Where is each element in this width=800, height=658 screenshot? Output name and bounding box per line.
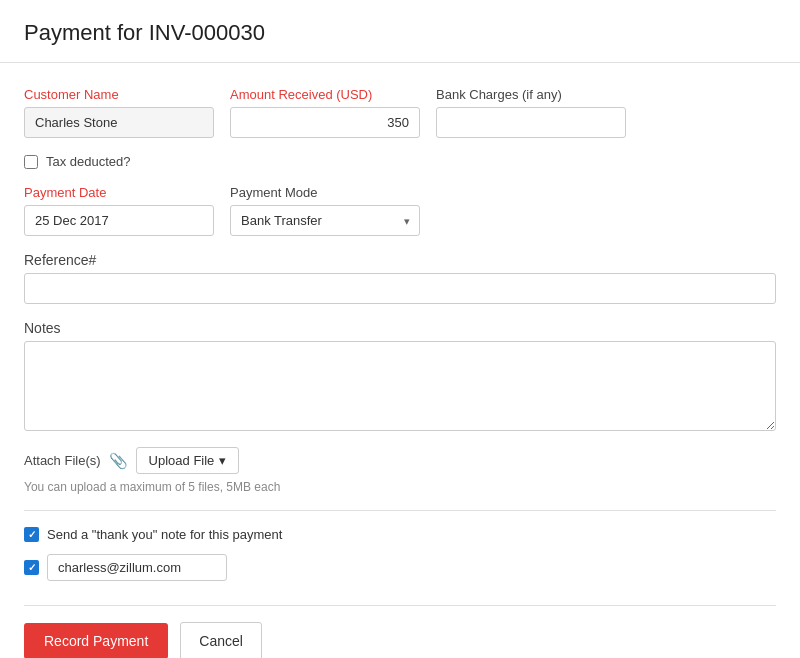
payment-date-group: Payment Date bbox=[24, 185, 214, 236]
email-row: ✓ bbox=[24, 554, 776, 581]
page-title: Payment for INV-000030 bbox=[24, 20, 776, 46]
attach-label: Attach File(s) bbox=[24, 453, 101, 468]
upload-file-button[interactable]: Upload File ▾ bbox=[136, 447, 240, 474]
footer-divider bbox=[24, 605, 776, 606]
bank-charges-group: Bank Charges (if any) bbox=[436, 87, 626, 138]
payment-mode-select[interactable]: Bank Transfer Cash Check Credit Card Oth… bbox=[230, 205, 420, 236]
tax-deducted-checkbox[interactable] bbox=[24, 155, 38, 169]
payment-mode-group: Payment Mode Bank Transfer Cash Check Cr… bbox=[230, 185, 420, 236]
amount-label: Amount Received (USD) bbox=[230, 87, 420, 102]
thank-you-checkbox[interactable]: ✓ bbox=[24, 527, 39, 542]
paperclip-icon: 📎 bbox=[109, 452, 128, 470]
reference-input[interactable] bbox=[24, 273, 776, 304]
attach-files-row: Attach File(s) 📎 Upload File ▾ bbox=[24, 447, 776, 474]
payment-date-input[interactable] bbox=[24, 205, 214, 236]
bank-charges-input[interactable] bbox=[436, 107, 626, 138]
reference-label: Reference# bbox=[24, 252, 776, 268]
customer-name-label: Customer Name bbox=[24, 87, 214, 102]
checkmark-icon: ✓ bbox=[28, 529, 36, 540]
customer-name-group: Customer Name bbox=[24, 87, 214, 138]
row-date-mode: Payment Date Payment Mode Bank Transfer … bbox=[24, 185, 776, 236]
form-container: Customer Name Amount Received (USD) Bank… bbox=[0, 63, 800, 658]
upload-file-label: Upload File bbox=[149, 453, 215, 468]
bank-charges-label: Bank Charges (if any) bbox=[436, 87, 626, 102]
row-customer-amount-bank: Customer Name Amount Received (USD) Bank… bbox=[24, 87, 776, 138]
upload-hint: You can upload a maximum of 5 files, 5MB… bbox=[24, 480, 776, 494]
amount-group: Amount Received (USD) bbox=[230, 87, 420, 138]
email-checkmark-icon: ✓ bbox=[28, 562, 36, 573]
amount-input[interactable] bbox=[230, 107, 420, 138]
email-checkbox[interactable]: ✓ bbox=[24, 560, 39, 575]
divider-1 bbox=[24, 510, 776, 511]
notes-textarea[interactable] bbox=[24, 341, 776, 431]
payment-mode-label: Payment Mode bbox=[230, 185, 420, 200]
cancel-button[interactable]: Cancel bbox=[180, 622, 262, 658]
payment-date-label: Payment Date bbox=[24, 185, 214, 200]
thank-you-row: ✓ Send a "thank you" note for this payme… bbox=[24, 527, 776, 542]
notes-group: Notes bbox=[24, 320, 776, 431]
reference-group: Reference# bbox=[24, 252, 776, 304]
payment-mode-select-wrapper: Bank Transfer Cash Check Credit Card Oth… bbox=[230, 205, 420, 236]
tax-deducted-label: Tax deducted? bbox=[46, 154, 131, 169]
record-payment-button[interactable]: Record Payment bbox=[24, 623, 168, 658]
thank-you-label: Send a "thank you" note for this payment bbox=[47, 527, 282, 542]
email-input[interactable] bbox=[47, 554, 227, 581]
chevron-down-icon: ▾ bbox=[219, 453, 226, 468]
tax-deducted-row: Tax deducted? bbox=[24, 154, 776, 169]
page-container: Payment for INV-000030 Customer Name Amo… bbox=[0, 0, 800, 658]
customer-name-input[interactable] bbox=[24, 107, 214, 138]
notes-label: Notes bbox=[24, 320, 776, 336]
action-row: Record Payment Cancel bbox=[24, 622, 776, 658]
page-header: Payment for INV-000030 bbox=[0, 0, 800, 63]
